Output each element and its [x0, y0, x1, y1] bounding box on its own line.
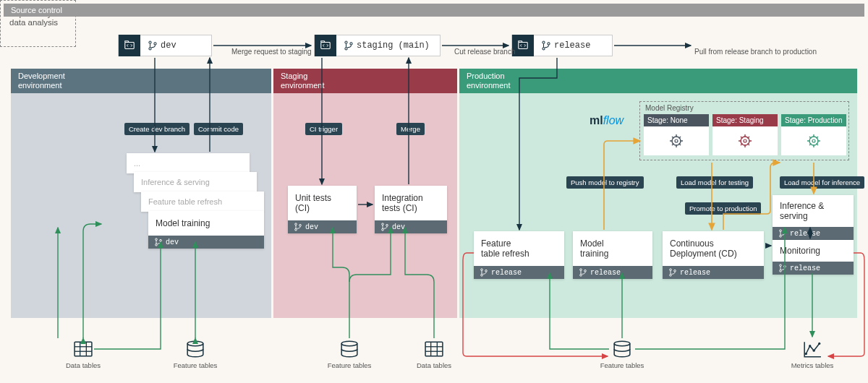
db-icon [611, 340, 633, 358]
folder-code-icon [315, 35, 336, 56]
branch-dev-label: dev [161, 40, 176, 51]
ds-data-tables-2: Data tables [409, 361, 459, 369]
ds-data-tables-1: Data tables [58, 361, 109, 369]
label-cut-release: Cut release branch [454, 48, 516, 56]
git-branch-icon [344, 40, 354, 51]
mlflow-logo: mlflow [590, 114, 624, 127]
integration-tests-card: Integrationtests (CI) dev [375, 186, 447, 233]
prod-env-title2: environment [467, 81, 850, 90]
git-branch-icon [380, 223, 389, 231]
brain-icon [667, 132, 686, 150]
metrics-icon [801, 340, 823, 358]
unit-tests-card: Unit tests(CI) dev [288, 186, 357, 233]
db-icon [339, 340, 360, 358]
branch-dev: dev [118, 35, 212, 56]
branch-staging-label: staging (main) [357, 40, 430, 51]
git-branch-icon [778, 229, 787, 238]
pill-promote: Promote to production [685, 202, 761, 215]
stage-none: Stage: None [644, 114, 709, 155]
source-control-label: Source control [11, 6, 62, 14]
brain-icon [736, 132, 754, 150]
folder-code-icon [119, 35, 140, 56]
pill-commit-code: Commit code [194, 123, 243, 135]
ds-metrics-tables: Metrics tables [787, 361, 838, 369]
dev-stack-dots: ... [127, 153, 250, 173]
brain-icon [804, 132, 823, 150]
dev-stack-feature-refresh: Feature table refresh [141, 192, 264, 212]
ds-feature-tables-1: Feature tables [170, 361, 221, 369]
prod-model-training-card: Modeltraining release [573, 231, 652, 279]
git-branch-icon [668, 268, 677, 277]
branch-release: release [511, 35, 613, 56]
db-icon [184, 340, 206, 358]
folder-code-icon [512, 35, 534, 56]
git-branch-icon [154, 238, 163, 246]
pill-merge: Merge [396, 123, 425, 135]
pill-load-inference: Load model for inference [780, 176, 864, 189]
table-icon [423, 340, 445, 358]
dev-model-training-card: Model training dev [148, 211, 264, 249]
table-icon [72, 340, 94, 358]
stage-staging: Stage: Staging [712, 114, 778, 155]
ds-feature-tables-3: Feature tables [597, 361, 647, 369]
pill-ci-trigger: CI trigger [305, 123, 342, 135]
pill-push-model: Push model to registry [566, 176, 644, 189]
stg-env-title2: environment [281, 81, 450, 90]
branch-release-label: release [554, 40, 590, 51]
label-merge-to-staging: Merge request to staging [231, 48, 312, 56]
source-control-bar: Source control [4, 4, 864, 17]
branch-staging: staging (main) [314, 35, 441, 56]
dev-env-title1: Development [18, 72, 264, 81]
pill-create-dev-branch: Create dev branch [124, 123, 190, 135]
git-branch-icon [148, 40, 158, 51]
git-branch-icon [579, 268, 587, 277]
prod-env-title1: Production [467, 72, 850, 81]
git-branch-icon [480, 268, 488, 277]
git-branch-icon [541, 40, 551, 51]
prod-feature-refresh-card: Featuretable refresh release [474, 231, 564, 279]
dev-stack-inference: Inference & serving [134, 172, 257, 192]
ds-feature-tables-2: Feature tables [324, 361, 375, 369]
stage-production: Stage: Production [781, 114, 846, 155]
registry-title: Model Registry [645, 104, 694, 112]
stg-env-title1: Staging [281, 72, 450, 81]
pill-load-testing: Load model for testing [676, 176, 753, 189]
prod-monitoring-card: Monitoring release [773, 240, 854, 275]
prod-inference-card: Inference & serving release [773, 195, 854, 240]
label-pull-to-prod: Pull from release branch to production [694, 48, 817, 56]
prod-cd-card: ContinuousDeployment (CD) release [663, 231, 764, 279]
git-branch-icon [294, 223, 302, 231]
git-branch-icon [778, 264, 787, 272]
dev-env-title2: environment [18, 81, 264, 90]
